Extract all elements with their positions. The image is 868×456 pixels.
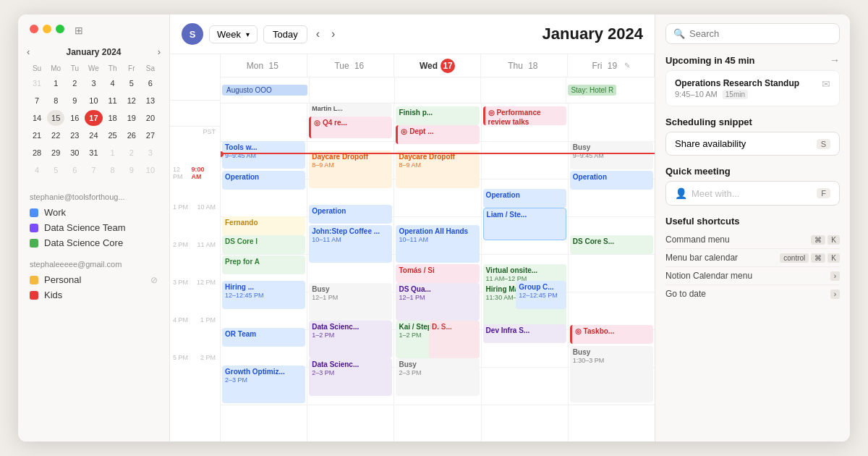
sidebar-calendar-item[interactable]: Work bbox=[30, 207, 158, 218]
event-daycare-tue[interactable]: Daycare Dropoff 8–9 AM bbox=[309, 151, 392, 188]
mini-cal-day[interactable]: 14 bbox=[28, 110, 46, 126]
event-tools-w[interactable]: Tools w... 9–9:45 AM bbox=[222, 141, 305, 169]
day-header-tue[interactable]: Tue 16 bbox=[307, 54, 394, 77]
mini-cal-day[interactable]: 28 bbox=[28, 145, 46, 161]
event-hiring-mon[interactable]: Hiring ... 12–12:45 PM bbox=[222, 281, 305, 309]
mini-cal-day[interactable]: 4 bbox=[28, 162, 46, 178]
event-operation-thu[interactable]: Operation bbox=[483, 189, 566, 208]
view-selector[interactable]: Week ▾ bbox=[209, 25, 258, 43]
event-d-s[interactable]: D. S... bbox=[429, 321, 480, 358]
mini-cal-day[interactable]: 26 bbox=[123, 127, 140, 143]
day-header-mon[interactable]: Mon 15 bbox=[221, 54, 307, 77]
mini-cal-day[interactable]: 24 bbox=[85, 127, 102, 143]
fri-add-icon[interactable]: ✎ bbox=[624, 62, 630, 69]
mini-cal-day[interactable]: 3 bbox=[85, 75, 102, 91]
event-busy-tue[interactable]: Busy 12–1 PM bbox=[309, 283, 392, 321]
sidebar-calendar-item[interactable]: Data Science Core bbox=[30, 237, 158, 248]
mini-cal-day[interactable]: 20 bbox=[142, 110, 159, 126]
event-dev-infra[interactable]: Dev Infra S... bbox=[483, 324, 566, 343]
allday-event-hotel[interactable]: Stay: Hotel R bbox=[568, 85, 616, 96]
mini-cal-day[interactable]: 9 bbox=[66, 93, 83, 109]
event-q4[interactable]: ◎ Q4 re... bbox=[309, 117, 392, 138]
mini-cal-day[interactable]: 16 bbox=[66, 110, 83, 126]
day-scroll[interactable]: Tools w... 9–9:45 AM Operation Fernando … bbox=[221, 104, 655, 442]
mini-cal-day[interactable]: 2 bbox=[66, 75, 83, 91]
allday-event-augusto[interactable]: Augusto OOO bbox=[222, 85, 307, 96]
event-liam-ste[interactable]: Liam / Ste... bbox=[483, 208, 566, 240]
event-operation-tue[interactable]: Operation bbox=[309, 205, 392, 224]
mini-cal-day[interactable]: 19 bbox=[123, 110, 140, 126]
event-ds-qua[interactable]: DS Qua... 12–1 PM bbox=[396, 283, 479, 321]
event-performance-review[interactable]: ◎ Performance review talks bbox=[483, 106, 566, 125]
mini-cal-day[interactable]: 29 bbox=[47, 145, 64, 161]
sidebar-toggle[interactable]: ⊞ bbox=[75, 25, 83, 36]
event-daycare-wed[interactable]: Daycare Dropoff 8–9 AM bbox=[396, 151, 479, 188]
mini-cal-day[interactable]: 7 bbox=[85, 162, 102, 178]
mini-cal-day[interactable]: 13 bbox=[142, 93, 159, 109]
prev-button[interactable]: ‹ bbox=[313, 25, 323, 43]
day-header-wed[interactable]: Wed 17 bbox=[394, 54, 481, 77]
mini-cal-prev[interactable]: ‹ bbox=[27, 46, 30, 57]
search-bar[interactable]: 🔍 bbox=[665, 23, 840, 44]
mini-cal-day[interactable]: 6 bbox=[142, 75, 159, 91]
event-or-team[interactable]: OR Team bbox=[222, 328, 305, 347]
event-prep-mon[interactable]: Prep for A bbox=[222, 256, 305, 274]
event-ds-core-mon[interactable]: DS Core l bbox=[222, 235, 305, 254]
mini-cal-day[interactable]: 12 bbox=[123, 93, 140, 109]
event-group-c[interactable]: Group C... 12–12:45 PM bbox=[516, 281, 566, 309]
mini-cal-day[interactable]: 1 bbox=[47, 75, 64, 91]
maximize-button[interactable] bbox=[56, 25, 64, 33]
mini-cal-day[interactable]: 4 bbox=[104, 75, 122, 91]
event-john-step-coffee[interactable]: John:Step Coffee ... 10–11 AM bbox=[309, 225, 392, 263]
event-ds-core-fri[interactable]: DS Core S... bbox=[570, 235, 653, 254]
upcoming-arrow[interactable]: → bbox=[830, 54, 840, 66]
day-header-thu[interactable]: Thu 18 bbox=[481, 54, 568, 77]
mini-cal-next[interactable]: › bbox=[158, 46, 161, 57]
mini-cal-day[interactable]: 25 bbox=[104, 127, 122, 143]
mini-cal-day[interactable]: 1 bbox=[104, 145, 122, 161]
event-busy-fri1[interactable]: Busy 9–9:45 AM bbox=[570, 141, 653, 169]
mini-cal-day[interactable]: 8 bbox=[47, 93, 64, 109]
mini-cal-day[interactable]: 31 bbox=[85, 145, 102, 161]
mini-cal-day[interactable]: 10 bbox=[85, 93, 102, 109]
event-busy-fri2[interactable]: Busy 1:30–3 PM bbox=[570, 346, 653, 402]
mini-cal-day[interactable]: 11 bbox=[104, 93, 122, 109]
event-operation-mon[interactable]: Operation bbox=[222, 171, 305, 190]
mini-cal-day[interactable]: 27 bbox=[142, 127, 159, 143]
mini-cal-day[interactable]: 7 bbox=[28, 93, 46, 109]
mini-cal-day[interactable]: 22 bbox=[47, 127, 64, 143]
minimize-button[interactable] bbox=[43, 25, 51, 33]
mini-cal-day[interactable]: 15 bbox=[47, 110, 64, 126]
event-tomas[interactable]: Tomás / Si bbox=[396, 264, 479, 283]
mini-cal-day[interactable]: 6 bbox=[66, 162, 83, 178]
mini-cal-day[interactable]: 9 bbox=[123, 162, 140, 178]
mini-cal-day[interactable]: 5 bbox=[123, 75, 140, 91]
avatar[interactable]: S bbox=[182, 23, 203, 45]
mini-cal-day[interactable]: 10 bbox=[142, 162, 159, 178]
today-button[interactable]: Today bbox=[263, 25, 307, 43]
share-availability-button[interactable]: Share availability S bbox=[665, 132, 840, 156]
event-busy-wed[interactable]: Busy 2–3 PM bbox=[396, 358, 479, 396]
search-input[interactable] bbox=[689, 28, 832, 39]
event-finish-p[interactable]: Finish p... bbox=[396, 106, 479, 125]
event-martin[interactable]: Martin L... bbox=[309, 104, 392, 117]
sidebar-calendar-item[interactable]: Personal⊘ bbox=[30, 274, 158, 285]
mini-cal-day[interactable]: 2 bbox=[123, 145, 140, 161]
sidebar-calendar-item[interactable]: Data Science Team bbox=[30, 222, 158, 233]
event-operation-fri[interactable]: Operation bbox=[570, 171, 653, 190]
mini-cal-day[interactable]: 21 bbox=[28, 127, 46, 143]
mini-cal-day[interactable]: 30 bbox=[66, 145, 83, 161]
mini-cal-day[interactable]: 18 bbox=[104, 110, 122, 126]
event-data-scienc-tue1[interactable]: Data Scienc... 1–2 PM bbox=[309, 321, 392, 358]
event-fernando[interactable]: Fernando bbox=[222, 216, 305, 235]
event-data-scienc-tue2[interactable]: Data Scienc... 2–3 PM bbox=[309, 358, 392, 396]
mini-cal-day[interactable]: 31 bbox=[28, 75, 46, 91]
day-header-fri[interactable]: Fri 19 ✎ bbox=[568, 54, 655, 77]
meet-input[interactable]: 👤 Meet with... F bbox=[665, 181, 840, 206]
event-dept[interactable]: ◎ Dept ... bbox=[396, 125, 479, 144]
event-taskbo[interactable]: ◎ Taskbo... bbox=[570, 325, 653, 344]
mini-cal-day[interactable]: 8 bbox=[104, 162, 122, 178]
next-button[interactable]: › bbox=[328, 25, 338, 43]
mini-cal-day[interactable]: 23 bbox=[66, 127, 83, 143]
event-growth[interactable]: Growth Optimiz... 2–3 PM bbox=[222, 366, 305, 403]
